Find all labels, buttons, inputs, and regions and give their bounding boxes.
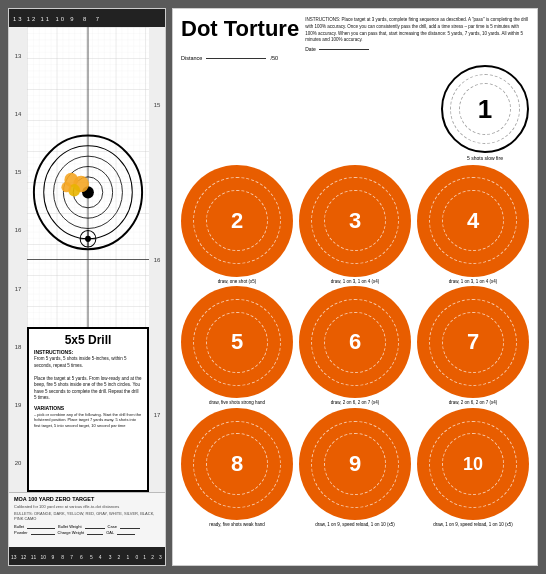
svg-text:11: 11 [41, 16, 52, 22]
ruler-num: 16 [15, 227, 22, 233]
dt-date-label: Date [305, 46, 316, 52]
ruler-num: 20 [15, 460, 22, 466]
svg-text:5: 5 [90, 555, 93, 560]
dot-number-2: 2 [231, 208, 243, 234]
dot-row-567: 5 draw, five shots strong hand 6 draw, 2… [181, 286, 529, 406]
ruler-num: 18 [15, 344, 22, 350]
field-oal: OAL [106, 530, 114, 535]
svg-text:1: 1 [143, 555, 146, 560]
dt-distance-label: Distance [181, 55, 202, 61]
drill-variations-text: – pick or combine any of the following. … [34, 412, 142, 429]
svg-text:12: 12 [21, 555, 27, 560]
dt-instructions-block: INSTRUCTIONS: Place target at 3 yards, c… [305, 17, 529, 52]
dot-number-1: 1 [478, 94, 492, 125]
page-container: 13 12 11 10 9 8 7 13 14 15 16 17 18 19 2… [8, 8, 538, 566]
dot-circle-6: 6 [299, 286, 411, 398]
dot-number-6: 6 [349, 329, 361, 355]
ruler-num-right: 15 [154, 102, 161, 108]
dot-cell-10: 10 draw, 1 on 9, speed reload, 1 on 10 (… [417, 408, 529, 528]
dot-circle-2: 2 [181, 165, 293, 277]
dot-circle-7: 7 [417, 286, 529, 398]
svg-text:11: 11 [31, 555, 37, 560]
bottom-info: MOA 100 YARD ZERO TARGET Calibrated for … [9, 492, 165, 547]
drill-section: 5x5 Drill INSTRUCTIONS: From 5 yards, 5 … [27, 327, 149, 492]
bottom-colors: BULLETS: ORANGE, DARK, YELLOW, RED, GRAY… [14, 511, 160, 521]
dt-instructions: INSTRUCTIONS: Place target at 3 yards, c… [305, 17, 529, 44]
field-charge: Charge Weight [58, 530, 85, 535]
dot-circle-10: 10 [417, 408, 529, 520]
svg-text:3: 3 [109, 555, 112, 560]
dot-cell-4: 4 draw, 1 on 3, 1 on 4 (x4) [417, 165, 529, 285]
bottom-subtitle: Calibrated for 100 yard zero at various … [14, 504, 160, 509]
dot-label-3: draw, 1 on 3, 1 on 4 (x4) [331, 279, 380, 285]
svg-text:12: 12 [27, 16, 38, 22]
svg-text:3: 3 [159, 555, 162, 560]
svg-text:9: 9 [51, 555, 54, 560]
drill-instructions-label: INSTRUCTIONS: [34, 349, 142, 355]
dot-number-3: 3 [349, 208, 361, 234]
ruler-num: 15 [15, 169, 22, 175]
top-ruler: 13 12 11 10 9 8 7 [9, 9, 165, 27]
bottom-info-title: MOA 100 YARD ZERO TARGET [14, 496, 160, 502]
dot-label-5: draw, five shots strong hand [209, 400, 265, 406]
dot-cell-5: 5 draw, five shots strong hand [181, 286, 293, 406]
svg-text:9: 9 [70, 16, 75, 22]
svg-text:8: 8 [83, 16, 88, 22]
ruler-num: 17 [15, 286, 22, 292]
ruler-num: 14 [15, 111, 22, 117]
bottom-ruler: 13 12 11 10 9 8 7 6 5 4 3 2 1 0 1 2 3 [9, 547, 165, 565]
dt-score-label: /50 [270, 55, 278, 61]
ruler-num-right: 17 [154, 412, 161, 418]
dot-cell-3: 3 draw, 1 on 3, 1 on 4 (x4) [299, 165, 411, 285]
left-main-content: 13 14 15 16 17 18 19 20 15 16 17 [9, 27, 165, 547]
ruler-num: 13 [15, 53, 22, 59]
dot-number-10: 10 [463, 454, 483, 475]
field-powder: Powder [14, 530, 28, 535]
field-bullet: Bullet [14, 524, 24, 529]
svg-text:7: 7 [70, 555, 73, 560]
dot-cell-1: 1 5 shots slow fire [441, 65, 529, 162]
dot-label-9: draw, 1 on 9, speed reload, 1 on 10 (x5) [315, 522, 395, 528]
right-panel: Dot Torture INSTRUCTIONS: Place target a… [172, 8, 538, 566]
dot-label-6: draw, 2 on 6, 2 on 7 (x4) [331, 400, 380, 406]
svg-text:13: 13 [11, 555, 17, 560]
field-case: Case [108, 524, 117, 529]
dot-number-8: 8 [231, 451, 243, 477]
dot-label-8: ready, five shots weak hand [209, 522, 264, 528]
dot-circle-4: 4 [417, 165, 529, 277]
dt-date-row: Date [305, 46, 529, 52]
drill-title: 5x5 Drill [34, 333, 142, 347]
dot-number-7: 7 [467, 329, 479, 355]
dt-header: Dot Torture INSTRUCTIONS: Place target a… [181, 17, 529, 52]
dot-row-1: 1 5 shots slow fire [181, 65, 529, 162]
dot-label-4: draw, 1 on 3, 1 on 4 (x4) [449, 279, 498, 285]
svg-text:1: 1 [126, 555, 129, 560]
dot-circle-8: 8 [181, 408, 293, 520]
dot-cell-8: 8 ready, five shots weak hand [181, 408, 293, 528]
drill-instructions-text: From 5 yards, 5 shots inside 5-inches, w… [34, 356, 142, 402]
svg-text:8: 8 [61, 555, 64, 560]
dot-cell-9: 9 draw, 1 on 9, speed reload, 1 on 10 (x… [299, 408, 411, 528]
svg-text:10: 10 [41, 555, 47, 560]
dot-number-5: 5 [231, 329, 243, 355]
dot-label-7: draw, 2 on 6, 2 on 7 (x4) [449, 400, 498, 406]
svg-text:13: 13 [13, 16, 24, 22]
field-bullet-weight: Bullet Weight [58, 524, 82, 529]
dot-number-4: 4 [467, 208, 479, 234]
svg-text:7: 7 [96, 16, 101, 22]
svg-point-21 [61, 182, 71, 192]
svg-text:6: 6 [80, 555, 83, 560]
dot-circle-3: 3 [299, 165, 411, 277]
dot-circle-5: 5 [181, 286, 293, 398]
dot-label-1: 5 shots slow fire [467, 155, 503, 162]
dot-label-10: draw, 1 on 9, speed reload, 1 on 10 (x5) [433, 522, 513, 528]
dot-number-9: 9 [349, 451, 361, 477]
dot-label-2: draw, one shot (x5) [218, 279, 256, 285]
dot-row-234: 2 draw, one shot (x5) 3 draw, 1 on 3, 1 … [181, 165, 529, 285]
dot-circle-1: 1 [441, 65, 529, 153]
left-panel: 13 12 11 10 9 8 7 13 14 15 16 17 18 19 2… [8, 8, 166, 566]
drill-variations-label: VARIATIONS [34, 405, 142, 411]
dot-circle-9: 9 [299, 408, 411, 520]
svg-text:10: 10 [55, 16, 66, 22]
dot-cell-6: 6 draw, 2 on 6, 2 on 7 (x4) [299, 286, 411, 406]
